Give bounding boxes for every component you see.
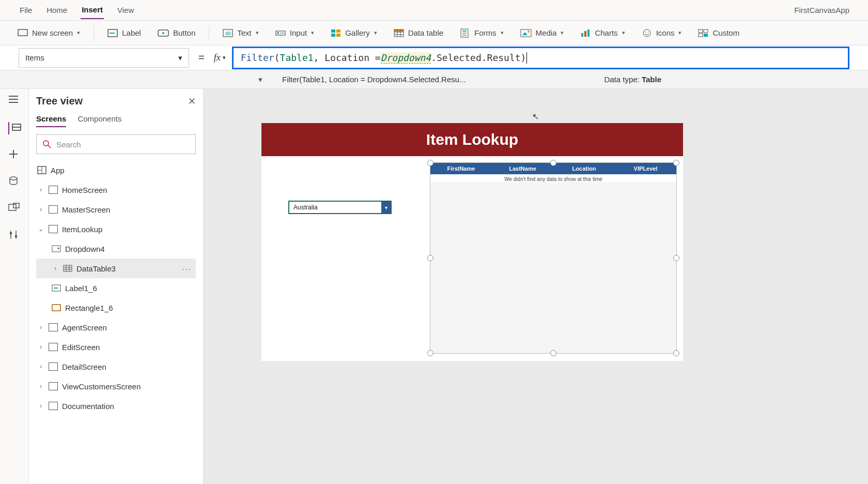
- text-button[interactable]: ab Text ▾: [220, 26, 262, 39]
- new-screen-button[interactable]: New screen ▾: [14, 26, 83, 39]
- svg-rect-28: [584, 31, 586, 37]
- chevron-down-icon: ▾: [501, 29, 504, 36]
- svg-point-4: [162, 32, 164, 34]
- tree-node-detailscreen[interactable]: ›DetailScreen: [36, 357, 196, 376]
- menu-file[interactable]: File: [19, 2, 33, 19]
- chevron-down-icon: ▾: [77, 29, 80, 36]
- svg-rect-29: [587, 29, 590, 37]
- app-name: FirstCanvasApp: [794, 6, 849, 14]
- charts-label: Charts: [595, 28, 617, 37]
- svg-rect-35: [699, 34, 703, 37]
- selection-handle[interactable]: [673, 350, 679, 356]
- data-icon[interactable]: [8, 176, 21, 188]
- input-button[interactable]: Input ▾: [272, 26, 317, 39]
- datatable3-control[interactable]: FirstName LastName Location VIPLevel We …: [430, 162, 677, 354]
- forms-label: Forms: [474, 28, 497, 37]
- tree-node-agentscreen[interactable]: ›AgentScreen: [36, 317, 196, 337]
- svg-rect-12: [331, 34, 335, 37]
- label-button[interactable]: Label: [104, 26, 144, 39]
- svg-rect-54: [52, 246, 60, 252]
- text-icon: ab: [223, 29, 233, 37]
- formula-close: ): [521, 52, 526, 63]
- chevron-down-icon: ▾: [256, 29, 259, 36]
- table-empty-message: We didn't find any data to show at this …: [430, 174, 676, 182]
- tree-node-homescreen[interactable]: ›HomeScreen: [36, 180, 196, 200]
- selection-handle[interactable]: [427, 350, 433, 356]
- col-lastname[interactable]: LastName: [492, 163, 553, 174]
- table-icon: [394, 29, 404, 37]
- screen-icon: [49, 225, 58, 233]
- svg-rect-10: [331, 29, 335, 33]
- selection-handle[interactable]: [550, 350, 556, 356]
- tab-screens[interactable]: Screens: [36, 114, 66, 127]
- input-icon: [275, 29, 286, 37]
- gallery-button[interactable]: Gallery ▾: [328, 26, 380, 39]
- screen-icon: [18, 29, 28, 37]
- tree-node-rectangle1-6[interactable]: Rectangle1_6: [36, 298, 196, 317]
- chevron-right-icon: ›: [37, 383, 44, 390]
- selection-handle[interactable]: [427, 160, 433, 166]
- charts-button[interactable]: Charts ▾: [577, 26, 628, 39]
- svg-text:ab: ab: [225, 31, 231, 36]
- dropdown-icon: [52, 245, 61, 252]
- tree-node-viewcustomersscreen[interactable]: ›ViewCustomersScreen: [36, 376, 196, 396]
- tree-node-documentation[interactable]: ›Documentation: [36, 396, 196, 416]
- fx-button[interactable]: fx ▾: [214, 52, 226, 63]
- tree-node-app[interactable]: App: [36, 160, 196, 180]
- chevron-right-icon: ›: [37, 206, 44, 213]
- media-button[interactable]: Media ▾: [517, 26, 567, 39]
- screen-icon: [49, 323, 58, 331]
- tools-icon[interactable]: [8, 230, 21, 242]
- tree-node-itemlookup[interactable]: ⌄ItemLookup: [36, 219, 196, 239]
- tab-components[interactable]: Components: [78, 114, 121, 127]
- svg-point-49: [43, 141, 49, 146]
- chevron-down-icon[interactable]: ▾: [258, 75, 262, 84]
- insert-icon[interactable]: [8, 149, 21, 161]
- forms-button[interactable]: Forms ▾: [457, 26, 507, 40]
- custom-icon: [698, 29, 708, 37]
- tree-node-editscreen[interactable]: ›EditScreen: [36, 337, 196, 357]
- menu-home[interactable]: Home: [45, 2, 68, 19]
- menu-view[interactable]: View: [116, 2, 135, 19]
- screen-icon: [49, 205, 58, 214]
- tree-node-datatable3[interactable]: ›DataTable3···: [36, 259, 196, 278]
- rectangle-icon: [52, 304, 61, 311]
- selection-handle[interactable]: [427, 255, 433, 261]
- close-icon[interactable]: ✕: [188, 96, 196, 107]
- hamburger-icon[interactable]: [8, 95, 21, 108]
- tree-node-dropdown4[interactable]: Dropdown4: [36, 239, 196, 259]
- button-label: Button: [173, 28, 195, 37]
- tree-view-icon[interactable]: [8, 122, 21, 134]
- chevron-right-icon: ›: [37, 363, 44, 370]
- media-pane-icon[interactable]: [8, 203, 21, 215]
- tree-node-masterscreen[interactable]: ›MasterScreen: [36, 200, 196, 219]
- input-label: Input: [290, 28, 307, 37]
- tree-node-label1-6[interactable]: Label1_6: [36, 278, 196, 298]
- canvas[interactable]: ↖ Item Lookup Australia ▾ FirstName Last…: [204, 89, 868, 484]
- formula-open: (: [274, 52, 280, 63]
- col-location[interactable]: Location: [553, 163, 615, 174]
- property-selector[interactable]: Items ▾: [19, 48, 189, 68]
- more-icon[interactable]: ···: [182, 264, 192, 273]
- selection-handle[interactable]: [673, 255, 679, 261]
- selection-handle[interactable]: [673, 160, 679, 166]
- menu-insert[interactable]: Insert: [81, 1, 104, 19]
- svg-point-32: [648, 32, 649, 33]
- data-table-button[interactable]: Data table: [391, 26, 446, 39]
- col-viplevel[interactable]: VIPLevel: [615, 163, 676, 174]
- media-label: Media: [536, 28, 557, 37]
- icons-button[interactable]: Icons ▾: [639, 26, 685, 40]
- formula-input[interactable]: Filter(Table1, Location = Dropdown4.Sele…: [232, 47, 849, 69]
- svg-marker-55: [57, 248, 59, 250]
- custom-button[interactable]: Custom: [695, 26, 742, 39]
- chevron-down-icon: ▾: [622, 29, 625, 36]
- search-input[interactable]: Search: [36, 134, 196, 154]
- svg-rect-56: [64, 265, 72, 271]
- tree-label: ViewCustomersScreen: [62, 382, 141, 391]
- svg-rect-19: [394, 29, 404, 32]
- col-firstname[interactable]: FirstName: [430, 163, 492, 174]
- button-button[interactable]: Button: [154, 26, 198, 39]
- dropdown4-control[interactable]: Australia ▾: [288, 201, 392, 214]
- chevron-down-icon[interactable]: ▾: [381, 202, 391, 213]
- selection-handle[interactable]: [550, 160, 556, 166]
